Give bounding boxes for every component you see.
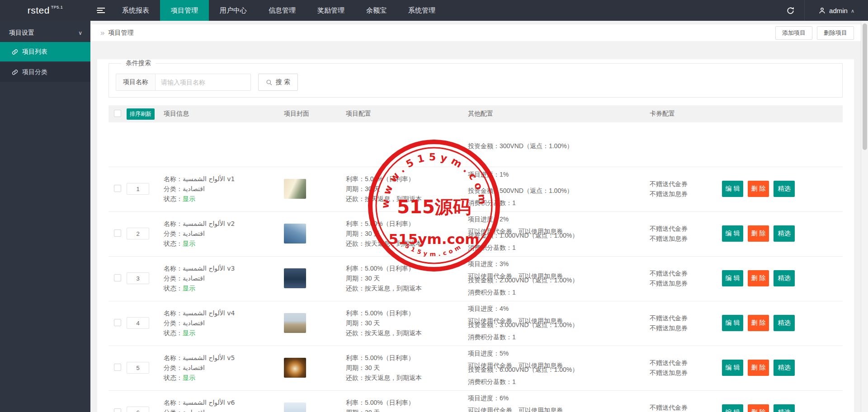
- search-panel-legend: 条件搜索: [121, 59, 156, 67]
- search-button-label: 搜 索: [276, 78, 290, 86]
- search-button[interactable]: 搜 索: [258, 74, 298, 91]
- cycle-line: 周期：30 天: [346, 407, 466, 412]
- coupon-config-cell: 不赠送代金券 不赠送加息券: [646, 313, 721, 333]
- row-checkbox[interactable]: [114, 408, 121, 412]
- edit-button[interactable]: 编 辑: [722, 404, 743, 412]
- sidebar-group-project-settings[interactable]: 项目设置 ∨: [0, 24, 90, 41]
- cycle-line: 周期：30 天: [346, 184, 466, 194]
- status-toggle[interactable]: 显示: [183, 374, 195, 381]
- feature-button[interactable]: 精选: [774, 225, 795, 242]
- nav-item-rewards[interactable]: 奖励管理: [307, 0, 355, 21]
- sort-refresh-button[interactable]: 排序刷新: [127, 108, 155, 120]
- nav-item-users[interactable]: 用户中心: [209, 0, 258, 21]
- project-category: اقتصادية: [183, 319, 205, 327]
- sidebar-item-label: 项目分类: [22, 68, 47, 76]
- menu-toggle-icon[interactable]: [90, 0, 111, 21]
- vertical-scrollbar[interactable]: [861, 21, 868, 412]
- coupon-line: 不赠送加息券: [650, 278, 721, 288]
- name-label: 名称：: [164, 399, 183, 406]
- sort-order-input[interactable]: [127, 407, 149, 412]
- coupon-line: 不赠送加息券: [650, 323, 721, 333]
- delete-button[interactable]: 删 除: [748, 315, 769, 331]
- refresh-icon[interactable]: [776, 0, 804, 21]
- status-toggle[interactable]: 显示: [183, 240, 195, 247]
- project-name-input[interactable]: [155, 74, 251, 91]
- coupon-line: 不赠送加息券: [650, 189, 721, 199]
- project-config-cell: 利率：5.00%（日利率） 周期：30 天 还款：按天返息，到期返本: [344, 219, 466, 248]
- repay-line: 还款：按天返息，到期返本: [346, 328, 466, 338]
- project-info-cell: 名称：الألواح الشمسية v3 分类：اقتصادية 状态：显示: [158, 263, 280, 293]
- sort-order-input[interactable]: [127, 362, 149, 374]
- edit-button[interactable]: 编 辑: [722, 315, 743, 331]
- cycle-line: 周期：30 天: [346, 318, 466, 328]
- select-all-checkbox[interactable]: [114, 110, 121, 117]
- delete-button[interactable]: 删 除: [748, 181, 769, 197]
- chevron-down-icon: ∨: [78, 30, 82, 36]
- add-project-button[interactable]: 添加项目: [775, 26, 812, 40]
- top-navbar: rstedTP5.1 系统报表 项目管理 用户中心 信息管理 奖励管理 余额宝 …: [0, 0, 868, 21]
- delete-button[interactable]: 删 除: [748, 360, 769, 376]
- row-checkbox[interactable]: [114, 185, 121, 192]
- name-label: 名称：: [164, 175, 183, 183]
- user-menu[interactable]: admin ∧: [805, 0, 868, 21]
- feature-button[interactable]: 精选: [774, 315, 795, 331]
- status-toggle[interactable]: 显示: [183, 285, 195, 292]
- edit-button[interactable]: 编 辑: [722, 270, 743, 286]
- feature-button[interactable]: 精选: [774, 404, 795, 412]
- logo-text: rsted: [28, 5, 50, 16]
- feature-button[interactable]: 精选: [774, 270, 795, 286]
- delete-button[interactable]: 删 除: [748, 270, 769, 286]
- projects-table: 排序刷新 项目信息 项目封面 项目配置 其他配置 卡券配置 名称：الألواح…: [108, 105, 843, 412]
- project-name-label: 项目名称: [116, 74, 155, 91]
- sidebar-item-project-category[interactable]: 项目分类: [0, 62, 90, 82]
- sort-order-input[interactable]: [127, 183, 149, 195]
- edit-button[interactable]: 编 辑: [722, 181, 743, 197]
- nav-item-reports[interactable]: 系统报表: [111, 0, 160, 21]
- nav-item-yuebao[interactable]: 余额宝: [355, 0, 397, 21]
- category-label: 分类：: [164, 319, 183, 327]
- amount-line: 投资金额：3.000VND（返点：1.00%）: [468, 320, 646, 330]
- project-category: اقتصادية: [183, 364, 205, 371]
- scrollbar-thumb[interactable]: [863, 23, 867, 150]
- nav-item-projects[interactable]: 项目管理: [160, 0, 209, 21]
- rate-line: 利率：5.00%（日利率）: [346, 308, 466, 318]
- project-category: اقتصادية: [183, 230, 205, 237]
- sidebar: 项目设置 ∨ 项目列表 项目分类: [0, 21, 90, 412]
- nav-item-messages[interactable]: 信息管理: [258, 0, 307, 21]
- sort-order-input[interactable]: [127, 317, 149, 329]
- project-name: الألواح الشمسية v3: [183, 265, 235, 272]
- coupon-config-cell: 不赠送代金券 不赠送加息券: [646, 358, 721, 378]
- amount-line: 投资金额：1.000VND（返点：1.00%）: [468, 231, 646, 240]
- coupon-line: 不赠送代金券: [650, 268, 721, 278]
- feature-button[interactable]: 精选: [774, 181, 795, 197]
- repay-line: 还款：按天返息，到期返本: [346, 239, 466, 248]
- feature-button[interactable]: 精选: [774, 360, 795, 376]
- status-label: 状态：: [164, 374, 183, 381]
- edit-button[interactable]: 编 辑: [722, 360, 743, 376]
- coupon-config-cell: 不赠送代金券 不赠送加息券: [646, 224, 721, 243]
- search-panel: 条件搜索 项目名称 搜 索: [108, 59, 843, 98]
- sort-order-input[interactable]: [127, 228, 149, 239]
- nav-item-system[interactable]: 系统管理: [397, 0, 446, 21]
- status-toggle[interactable]: 显示: [183, 329, 195, 337]
- sort-order-input[interactable]: [127, 272, 149, 284]
- status-toggle[interactable]: 显示: [183, 195, 195, 202]
- project-config-cell: 利率：5.00%（日利率） 周期：30 天 还款：按天返息，到期返本: [344, 398, 466, 412]
- edit-button[interactable]: 编 辑: [722, 225, 743, 242]
- delete-button[interactable]: 删 除: [748, 404, 769, 412]
- sidebar-item-project-list[interactable]: 项目列表: [0, 42, 90, 61]
- project-cover-image: [284, 268, 306, 288]
- row-checkbox[interactable]: [114, 319, 121, 326]
- project-info-cell: 名称：الألواح الشمسية v5 分类：اقتصادية 状态：显示: [158, 353, 280, 383]
- name-label: 名称：: [164, 309, 183, 317]
- delete-button[interactable]: 删 除: [748, 225, 769, 242]
- category-label: 分类：: [164, 230, 183, 237]
- row-checkbox[interactable]: [114, 229, 121, 237]
- project-name: الألواح الشمسية v5: [183, 354, 235, 361]
- delete-project-button[interactable]: 删除项目: [817, 26, 854, 40]
- project-config-cell: 利率：5.00%（日利率） 周期：30 天 还款：按天返息，到期返本: [344, 174, 466, 204]
- row-checkbox[interactable]: [114, 364, 121, 371]
- row-checkbox[interactable]: [114, 274, 121, 281]
- rate-line: 利率：5.00%（日利率）: [346, 174, 466, 184]
- project-category: اقتصادية: [183, 409, 205, 412]
